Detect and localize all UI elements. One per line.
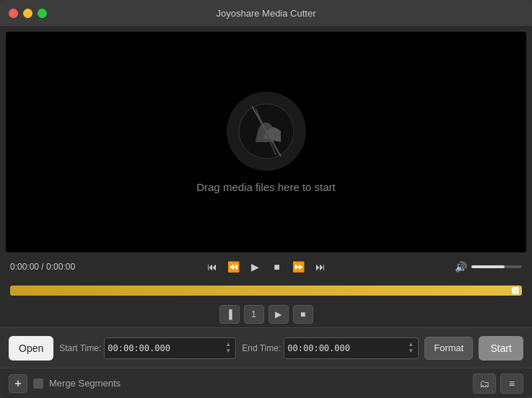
play-segment-icon: ▶ <box>275 309 282 319</box>
mark-start-button[interactable]: ▐ <box>219 305 240 324</box>
start-time-down[interactable]: ▼ <box>224 348 232 354</box>
start-button[interactable]: Start <box>479 336 523 361</box>
start-time-value: 00:00:00.000 <box>108 343 170 353</box>
play-segment-button[interactable]: ▶ <box>269 305 289 324</box>
time-display: 0:00:00 / 0:00:00 <box>10 262 90 272</box>
mark-end-button[interactable]: 1 <box>244 305 264 324</box>
end-time-spinners: ▲ ▼ <box>406 342 415 354</box>
stop-button[interactable]: ■ <box>267 257 287 277</box>
fast-forward-button[interactable]: ⏭ <box>310 257 331 277</box>
footer-bar: + Merge Segments 🗂 ≡ <box>0 368 532 398</box>
volume-slider[interactable] <box>471 265 522 268</box>
timeline-thumb <box>512 287 519 294</box>
mark-end-icon: 1 <box>251 309 256 319</box>
playback-bar: 0:00:00 / 0:00:00 ⏮ ⏪ ▶ ■ ⏩ ⏭ 🔊 <box>0 252 532 281</box>
segment-controls: ▐ 1 ▶ ■ <box>0 301 532 327</box>
timeline-fill <box>10 286 522 296</box>
step-forward-button[interactable]: ⏩ <box>289 257 309 277</box>
main-window: Joyoshare Media Cutter Drag media files … <box>0 0 532 398</box>
add-segment-button[interactable]: + <box>9 374 27 393</box>
maximize-button[interactable] <box>38 9 47 18</box>
close-button[interactable] <box>9 9 18 18</box>
list-icon: ≡ <box>509 378 515 389</box>
list-view-button[interactable]: ≡ <box>500 373 523 394</box>
svg-point-0 <box>239 104 294 159</box>
rewind-to-start-button[interactable]: ⏮ <box>202 257 222 277</box>
drag-hint-text: Drag media files here to start <box>196 181 336 193</box>
start-time-up[interactable]: ▲ <box>224 342 232 348</box>
start-time-spinners: ▲ ▼ <box>224 342 232 354</box>
end-time-down[interactable]: ▼ <box>406 348 415 354</box>
titlebar: Joyoshare Media Cutter <box>0 0 532 26</box>
window-title: Joyoshare Media Cutter <box>216 8 315 19</box>
volume-fill <box>471 265 505 268</box>
folder-view-button[interactable]: 🗂 <box>473 373 496 394</box>
film-icon <box>237 102 295 160</box>
window-controls <box>9 9 47 18</box>
volume-icon: 🔊 <box>455 261 467 273</box>
folder-icon: 🗂 <box>479 378 489 389</box>
start-time-field: Start Time: 00:00:00.000 ▲ ▼ <box>59 337 236 359</box>
playback-controls: ⏮ ⏪ ▶ ■ ⏩ ⏭ <box>90 257 442 277</box>
video-placeholder-icon <box>227 92 306 171</box>
stop-segment-button[interactable]: ■ <box>293 305 313 324</box>
mark-start-icon: ▐ <box>226 309 232 319</box>
start-time-label: Start Time: <box>59 343 101 353</box>
timeline-track[interactable] <box>10 286 522 296</box>
step-back-button[interactable]: ⏪ <box>224 257 244 277</box>
timeline-area <box>0 281 532 301</box>
merge-segments-label: Merge Segments <box>49 378 121 389</box>
bottom-controls: Open Start Time: 00:00:00.000 ▲ ▼ End Ti… <box>0 327 532 368</box>
start-time-input[interactable]: 00:00:00.000 ▲ ▼ <box>104 337 236 359</box>
volume-area: 🔊 <box>442 261 522 273</box>
footer-left: + Merge Segments <box>9 374 121 393</box>
end-time-up[interactable]: ▲ <box>406 342 415 348</box>
stop-segment-icon: ■ <box>300 309 305 319</box>
add-icon: + <box>14 377 21 390</box>
format-button[interactable]: Format <box>424 337 473 360</box>
play-button[interactable]: ▶ <box>245 257 266 277</box>
minimize-button[interactable] <box>23 9 32 18</box>
video-area: Drag media files here to start <box>6 32 526 252</box>
open-button[interactable]: Open <box>9 336 53 361</box>
end-time-value: 00:00:00.000 <box>287 343 350 353</box>
end-time-input[interactable]: 00:00:00.000 ▲ ▼ <box>284 337 419 359</box>
end-time-field: End Time: 00:00:00.000 ▲ ▼ <box>242 337 419 359</box>
end-time-label: End Time: <box>242 343 281 353</box>
merge-indicator <box>33 379 43 389</box>
footer-right: 🗂 ≡ <box>473 373 523 394</box>
